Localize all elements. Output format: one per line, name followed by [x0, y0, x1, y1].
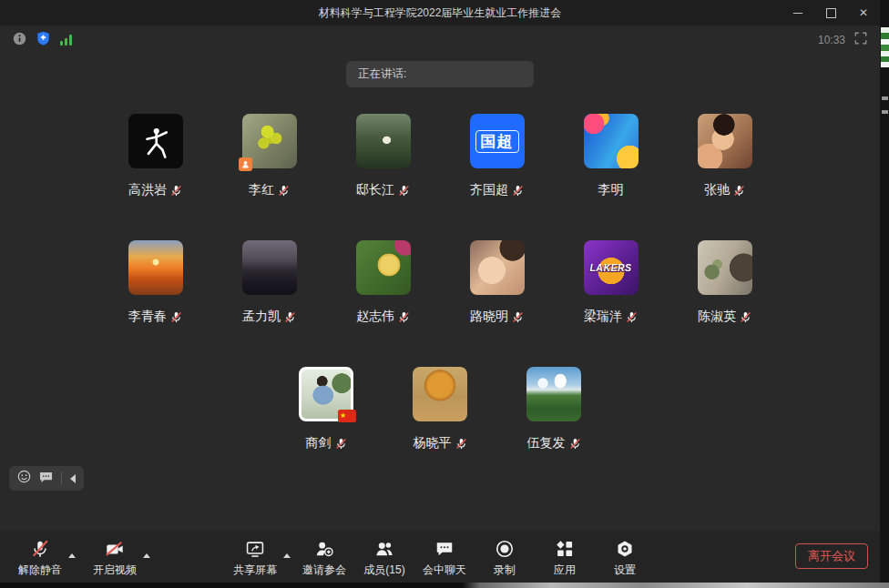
background-document-icon [881, 27, 889, 67]
maximize-button[interactable] [814, 0, 847, 25]
avatar [698, 114, 752, 168]
jumpman-logo-icon [136, 121, 176, 161]
participant-name: 李红 [249, 182, 274, 198]
participant-tile[interactable]: ★ 商剑 [270, 367, 383, 451]
china-flag-badge: ★ [338, 410, 356, 422]
participant-tile[interactable]: 张驰 [668, 114, 782, 198]
participant-row: ★ 商剑 杨晓平 伍复发 [270, 367, 611, 451]
participant-tile[interactable]: 李明 [554, 114, 668, 198]
avatar: ★ [299, 367, 353, 421]
participant-name: 杨晓平 [414, 435, 452, 451]
quick-chat-icon[interactable] [39, 471, 53, 487]
mic-muted-icon [398, 185, 410, 197]
close-icon: ✕ [859, 6, 868, 19]
emoji-reaction-icon[interactable] [17, 470, 31, 487]
settings-gear-icon [615, 538, 635, 560]
avatar [413, 367, 467, 421]
meeting-info-icon[interactable] [13, 32, 26, 49]
participant-name: 高洪岩 [128, 182, 167, 198]
apps-button[interactable]: 应用 [539, 536, 590, 578]
mic-muted-icon [278, 185, 290, 197]
avatar [698, 240, 752, 295]
settings-label: 设置 [614, 563, 636, 578]
chat-bubble-icon [434, 538, 455, 560]
mic-options-arrow[interactable] [68, 553, 76, 558]
record-button[interactable]: 录制 [479, 536, 530, 578]
avatar-text: LAKERS [589, 262, 631, 273]
participant-tile[interactable]: 国超 齐国超 [440, 114, 554, 198]
avatar-text: 国超 [475, 130, 519, 153]
start-video-button[interactable]: 开启视频 [89, 536, 140, 578]
fullscreen-icon[interactable] [854, 32, 867, 48]
share-screen-button[interactable]: 共享屏幕 [230, 536, 281, 578]
participant-name: 梁瑞洋 [584, 309, 622, 325]
participant-tile[interactable]: LAKERS 梁瑞洋 [554, 240, 668, 325]
mic-off-icon [30, 538, 50, 560]
avatar [584, 114, 639, 168]
mic-muted-icon [740, 311, 751, 323]
members-button[interactable]: 成员(15) [359, 536, 410, 578]
avatar [526, 367, 581, 421]
toolbar: 解除静音 开启视频 共享屏幕 [0, 531, 880, 583]
avatar: 国超 [470, 114, 525, 168]
participants-grid: 高洪岩 李红 邸长江 国超 齐国超 李明 张驰 [0, 114, 880, 493]
members-label: 成员(15) [363, 563, 404, 578]
members-icon [373, 538, 395, 560]
speaking-banner: 正在讲话: [346, 61, 534, 87]
collapse-left-icon[interactable] [70, 474, 76, 483]
leave-meeting-button[interactable]: 离开会议 [795, 543, 868, 569]
participant-tile[interactable]: 高洪岩 [98, 114, 212, 198]
share-screen-label: 共享屏幕 [233, 563, 277, 578]
invite-button[interactable]: 邀请参会 [299, 536, 350, 578]
avatar [242, 240, 297, 295]
network-signal-icon[interactable] [60, 35, 72, 46]
video-options-arrow[interactable] [143, 553, 150, 558]
background-text-fragment [882, 96, 888, 100]
participant-tile[interactable]: 李红 [212, 114, 326, 198]
participant-name: 商剑 [306, 435, 332, 451]
apps-label: 应用 [554, 563, 576, 578]
meeting-window: 材料科学与工程学院2022届毕业生就业工作推进会 ✕ 10:33 正在讲话: [0, 0, 880, 583]
unmute-button[interactable]: 解除静音 [15, 536, 66, 578]
invite-label: 邀请参会 [302, 563, 346, 578]
member-badge-icon [239, 157, 252, 171]
participant-name: 李青春 [128, 309, 167, 325]
share-options-arrow[interactable] [283, 553, 291, 558]
participant-tile[interactable]: 李青春 [98, 240, 212, 325]
participant-tile[interactable]: 赵志伟 [326, 240, 440, 325]
avatar [242, 114, 297, 168]
participant-name: 赵志伟 [356, 309, 394, 325]
participant-name: 李明 [598, 182, 624, 198]
record-label: 录制 [494, 563, 516, 578]
mic-muted-icon [335, 438, 347, 450]
participant-tile[interactable]: 伍复发 [497, 367, 611, 451]
minimize-icon [793, 13, 802, 14]
participant-name: 孟力凯 [242, 309, 281, 325]
participant-tile[interactable]: 邸长江 [326, 114, 440, 198]
participant-tile[interactable]: 杨晓平 [383, 367, 497, 451]
participant-row: 李青春 孟力凯 赵志伟 路晓明 LAKERS 梁瑞洋 陈淑英 [98, 240, 782, 325]
taskbar-sliver [0, 583, 889, 588]
meeting-title: 材料科学与工程学院2022届毕业生就业工作推进会 [0, 0, 880, 25]
participant-tile[interactable]: 孟力凯 [212, 240, 326, 325]
meeting-chat-button[interactable]: 会中聊天 [419, 536, 470, 578]
participant-tile[interactable]: 路晓明 [440, 240, 554, 325]
participant-name: 路晓明 [470, 309, 508, 325]
avatar [356, 114, 411, 168]
participant-name: 齐国超 [470, 182, 508, 198]
mic-muted-icon [284, 311, 296, 323]
avatar [356, 240, 411, 295]
participant-row: 高洪岩 李红 邸长江 国超 齐国超 李明 张驰 [98, 114, 782, 198]
statusbar: 10:33 [0, 25, 880, 55]
participant-name: 伍复发 [527, 435, 566, 451]
settings-button[interactable]: 设置 [599, 536, 650, 578]
meeting-chat-label: 会中聊天 [423, 563, 466, 578]
reaction-bar [9, 466, 84, 491]
maximize-icon [826, 8, 836, 18]
minimize-button[interactable] [782, 0, 814, 25]
security-shield-icon[interactable] [36, 31, 50, 49]
participant-tile[interactable]: 陈淑英 [668, 240, 782, 325]
background-text-fragment [882, 110, 888, 114]
close-button[interactable]: ✕ [847, 0, 880, 25]
window-controls: ✕ [782, 0, 880, 25]
